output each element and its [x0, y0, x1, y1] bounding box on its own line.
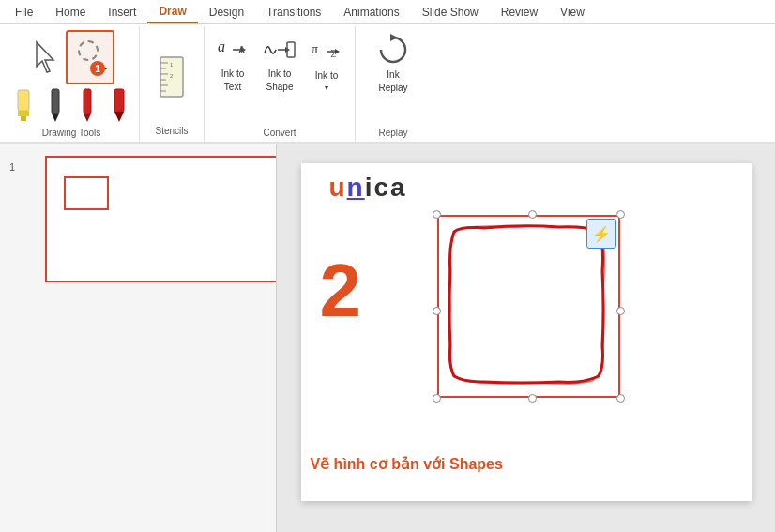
logo-c: c — [374, 173, 391, 202]
logo-n: n — [347, 173, 365, 202]
slide-view: unica 2 Vẽ hình cơ bản với Shapes — [277, 144, 775, 532]
tab-bar: File Home Insert Draw Design Transitions… — [0, 0, 775, 24]
red-pen2-button[interactable] — [105, 86, 133, 126]
ribbon: + 1 — [0, 24, 775, 144]
lasso-circle-icon — [78, 40, 99, 61]
unica-logo: unica — [329, 173, 407, 203]
selection-num-badge: 1 — [90, 61, 105, 76]
tab-insert[interactable]: Insert — [97, 1, 147, 23]
svg-marker-5 — [52, 114, 59, 122]
ink-to-shape-line1: Ink to — [268, 68, 291, 80]
main-area: 1 unica 2 Vẽ hình cơ bản với Shapes — [0, 144, 775, 532]
svg-text:∑: ∑ — [330, 48, 336, 57]
slide-number-large: 2 — [320, 248, 362, 334]
red-pen1-button[interactable] — [73, 86, 101, 126]
ink-to-math-button[interactable]: π ∑ Ink to ▾ — [304, 30, 349, 96]
lightning-icon: ⚡ — [592, 225, 611, 243]
svg-rect-8 — [114, 89, 124, 112]
ink-to-math-icon: π ∑ — [310, 35, 343, 68]
pens-row — [9, 86, 133, 126]
ink-to-math-dropdown: ▾ — [325, 84, 328, 92]
ink-to-shape-icon — [263, 33, 296, 67]
stencils-label: Stencils — [155, 124, 188, 138]
svg-marker-9 — [114, 112, 124, 122]
lightning-action-button[interactable]: ⚡ — [586, 219, 616, 249]
ink-to-text-button[interactable]: a A Ink to Text — [210, 30, 255, 96]
ribbon-container: File Home Insert Draw Design Transitions… — [0, 0, 775, 144]
tab-animations[interactable]: Animations — [332, 1, 410, 23]
logo-a: a — [390, 173, 407, 202]
black-pen-button[interactable] — [41, 86, 69, 126]
svg-rect-3 — [21, 116, 26, 121]
ink-replay-line2: Replay — [378, 83, 407, 94]
highlighter-icon — [13, 88, 34, 124]
ruler-icon: 1 2 — [155, 53, 189, 100]
handle-bottom-mid[interactable] — [528, 394, 537, 403]
ink-to-text-line2: Text — [224, 82, 241, 93]
ink-to-math-line1: Ink to — [315, 70, 338, 82]
ruler-icon-wrap: 1 2 — [147, 30, 196, 124]
slide-bottom-text: Vẽ hình cơ bản với Shapes — [311, 455, 503, 473]
svg-marker-0 — [37, 42, 53, 72]
tab-view[interactable]: View — [549, 1, 596, 23]
slide-panel: 1 — [0, 144, 277, 532]
drawing-tools-label-row: Drawing Tools — [9, 126, 133, 140]
logo-i: i — [365, 173, 374, 202]
handle-top-mid[interactable] — [528, 210, 537, 219]
handle-top-right[interactable] — [616, 210, 625, 219]
svg-rect-6 — [84, 89, 91, 114]
tab-draw[interactable]: Draw — [147, 0, 197, 23]
drawing-tools-row: + 1 — [28, 30, 114, 84]
svg-text:A: A — [238, 45, 245, 55]
tab-review[interactable]: Review — [490, 1, 549, 23]
tab-design[interactable]: Design — [198, 1, 255, 23]
tab-home[interactable]: Home — [44, 1, 97, 23]
handle-mid-left[interactable] — [433, 307, 441, 315]
red-pen2-icon — [110, 88, 129, 124]
handle-bottom-right[interactable] — [616, 394, 625, 403]
ink-to-text-line1: Ink to — [221, 68, 244, 80]
slide-1-thumbnail — [45, 156, 277, 282]
svg-text:a: a — [218, 38, 225, 54]
tab-file[interactable]: File — [4, 1, 44, 23]
convert-section: a A Ink to Text — [205, 26, 356, 142]
drawing-tools-section: + 1 — [4, 26, 140, 142]
replay-section: Ink Replay Replay — [356, 26, 431, 142]
svg-text:π: π — [312, 42, 318, 56]
red-pen1-icon — [78, 88, 97, 124]
svg-rect-1 — [18, 90, 29, 111]
slide-1-inner-shape — [64, 176, 109, 210]
convert-label: Convert — [263, 126, 296, 140]
slide-canvas: unica 2 Vẽ hình cơ bản với Shapes — [301, 163, 752, 501]
tab-transitions[interactable]: Transitions — [255, 1, 332, 23]
ink-drawing-container: ⚡ — [437, 215, 620, 398]
logo-u: u — [329, 173, 347, 202]
ink-to-shape-line2: Shape — [266, 82, 294, 93]
svg-rect-4 — [52, 89, 59, 114]
ink-to-shape-button[interactable]: Ink to Shape — [257, 30, 302, 96]
handle-bottom-left[interactable] — [433, 394, 441, 403]
drawing-tools-label: Drawing Tools — [42, 126, 101, 140]
black-pen-icon — [46, 88, 65, 124]
ruler-button[interactable]: 1 2 — [147, 44, 196, 110]
ink-to-text-icon: a A — [216, 33, 250, 67]
select-tool-button[interactable] — [28, 30, 64, 84]
convert-buttons-row: a A Ink to Text — [210, 30, 349, 96]
highlighter-tool-button[interactable] — [9, 86, 38, 126]
slide-thumb-1[interactable]: 1 — [28, 156, 268, 282]
replay-label: Replay — [378, 126, 407, 140]
pointer-icon — [33, 40, 59, 74]
handle-mid-right[interactable] — [616, 307, 625, 315]
slide-1-number: 1 — [9, 161, 15, 173]
handle-top-left[interactable] — [433, 210, 441, 219]
lasso-tool-button[interactable]: + 1 — [66, 30, 114, 84]
svg-rect-2 — [18, 111, 29, 116]
ink-replay-button[interactable]: Ink Replay — [367, 30, 419, 96]
ink-replay-icon — [375, 32, 411, 68]
stencils-section: 1 2 Stencils — [140, 26, 205, 142]
ink-replay-line1: Ink — [387, 69, 399, 81]
svg-marker-7 — [84, 114, 91, 122]
svg-marker-30 — [390, 34, 398, 41]
tab-slideshow[interactable]: Slide Show — [411, 1, 490, 23]
